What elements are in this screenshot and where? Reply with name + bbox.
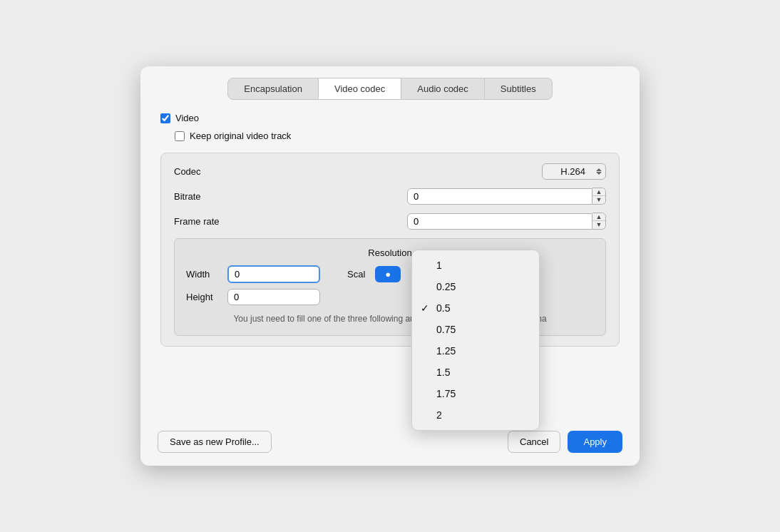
right-buttons: Cancel Apply bbox=[508, 431, 622, 453]
bitrate-label: Bitrate bbox=[174, 191, 245, 202]
video-checkbox-label: Video bbox=[175, 113, 199, 123]
framerate-input-wrapper: ▲ ▼ bbox=[407, 213, 606, 230]
dialog: Encapsulation Video codec Audio codec Su… bbox=[140, 66, 640, 466]
dropdown-item-025[interactable]: 0.25 bbox=[412, 276, 539, 297]
bitrate-row: Bitrate ▲ ▼ bbox=[174, 188, 606, 205]
bottom-bar: Save as new Profile... Cancel Apply bbox=[140, 421, 640, 466]
tab-subtitles[interactable]: Subtitles bbox=[485, 78, 553, 100]
bitrate-control: ▲ ▼ bbox=[245, 188, 606, 205]
tab-encapsulation[interactable]: Encapsulation bbox=[227, 78, 319, 100]
codec-row: Codec H.264 bbox=[174, 163, 606, 180]
settings-panel: Codec H.264 Bitrate bbox=[160, 153, 620, 347]
video-checkbox[interactable] bbox=[160, 113, 170, 123]
dropdown-item-05[interactable]: 0.5 bbox=[412, 297, 539, 319]
scale-label: Scal bbox=[347, 269, 365, 280]
codec-label: Codec bbox=[174, 166, 245, 177]
codec-control: H.264 bbox=[245, 163, 606, 180]
scale-button[interactable]: ● bbox=[375, 266, 401, 282]
cancel-button[interactable]: Cancel bbox=[508, 431, 560, 453]
dropdown-item-075[interactable]: 0.75 bbox=[412, 319, 539, 340]
framerate-input[interactable] bbox=[407, 213, 592, 230]
framerate-label: Frame rate bbox=[174, 216, 245, 227]
dropdown-item-2[interactable]: 2 bbox=[412, 404, 539, 426]
bitrate-down[interactable]: ▼ bbox=[592, 196, 605, 204]
framerate-row: Frame rate ▲ ▼ bbox=[174, 213, 606, 230]
bitrate-input[interactable] bbox=[407, 188, 592, 205]
framerate-down[interactable]: ▼ bbox=[592, 221, 605, 229]
height-label: Height bbox=[186, 292, 222, 302]
framerate-stepper: ▲ ▼ bbox=[592, 213, 606, 230]
keep-original-row: Keep original video track bbox=[175, 131, 620, 141]
bitrate-up[interactable]: ▲ bbox=[592, 188, 605, 196]
height-input[interactable] bbox=[227, 289, 320, 305]
dropdown-item-125[interactable]: 1.25 bbox=[412, 340, 539, 362]
scale-dropdown[interactable]: 1 0.25 0.5 0.75 1.25 1.5 1.75 2 bbox=[411, 250, 540, 431]
save-profile-button[interactable]: Save as new Profile... bbox=[158, 431, 272, 453]
tab-video-codec[interactable]: Video codec bbox=[319, 78, 401, 100]
framerate-up[interactable]: ▲ bbox=[592, 213, 605, 221]
codec-select-wrapper: H.264 bbox=[542, 163, 606, 180]
dropdown-item-175[interactable]: 1.75 bbox=[412, 383, 539, 404]
bitrate-input-wrapper: ▲ ▼ bbox=[407, 188, 606, 205]
dropdown-item-1[interactable]: 1 bbox=[412, 255, 539, 276]
width-label: Width bbox=[186, 269, 222, 280]
framerate-control: ▲ ▼ bbox=[245, 213, 606, 230]
apply-button[interactable]: Apply bbox=[568, 431, 622, 453]
tab-bar: Encapsulation Video codec Audio codec Su… bbox=[140, 66, 640, 100]
keep-original-checkbox[interactable] bbox=[175, 131, 185, 141]
tab-audio-codec[interactable]: Audio codec bbox=[401, 78, 485, 100]
bitrate-stepper: ▲ ▼ bbox=[592, 188, 606, 205]
content-area: Video Keep original video track Codec H.… bbox=[140, 100, 640, 421]
codec-select[interactable]: H.264 bbox=[542, 163, 606, 180]
resolution-block: Resolution Width Scal ● Height You just … bbox=[174, 238, 606, 336]
keep-original-label: Keep original video track bbox=[190, 131, 291, 141]
width-input[interactable] bbox=[227, 265, 320, 283]
video-checkbox-row: Video bbox=[160, 113, 620, 123]
dropdown-item-15[interactable]: 1.5 bbox=[412, 362, 539, 383]
